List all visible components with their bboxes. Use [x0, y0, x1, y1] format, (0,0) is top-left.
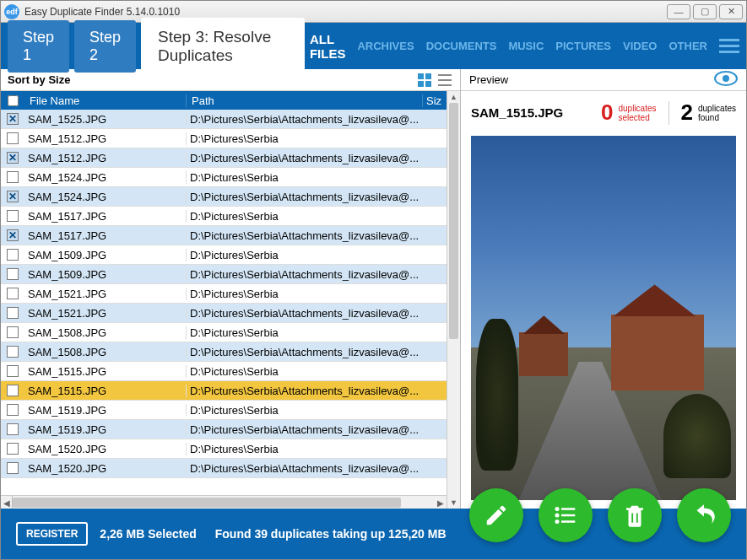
menu-icon[interactable] [719, 35, 739, 57]
row-checkbox[interactable] [1, 268, 24, 280]
maximize-button[interactable]: ▢ [693, 4, 717, 19]
row-path: D:\Pictures\Serbia\Attachments_lizvasile… [187, 423, 447, 436]
row-path: D:\Pictures\Serbia [187, 365, 447, 378]
step1-button[interactable]: Step 1 [8, 20, 69, 73]
table-row[interactable]: SAM_1509.JPGD:\Pictures\Serbia [1, 245, 447, 265]
svg-point-8 [723, 75, 729, 82]
selected-size-label: 2,26 MB Selected [100, 527, 196, 541]
table-row[interactable]: SAM_1520.JPGD:\Pictures\Serbia [1, 439, 447, 459]
table-row[interactable]: SAM_1508.JPGD:\Pictures\Serbia\Attachmen… [1, 342, 447, 362]
grid-view-icon[interactable] [416, 72, 433, 89]
table-row[interactable]: SAM_1517.JPGD:\Pictures\Serbia\Attachmen… [1, 226, 447, 245]
row-checkbox[interactable] [1, 113, 24, 125]
category-tab-video[interactable]: VIDEO [623, 40, 657, 52]
row-filename: SAM_1515.JPG [24, 365, 187, 378]
row-checkbox[interactable] [1, 132, 24, 144]
row-filename: SAM_1512.JPG [24, 152, 187, 164]
row-checkbox[interactable] [1, 288, 24, 299]
row-checkbox[interactable] [1, 385, 24, 396]
table-row[interactable]: SAM_1515.JPGD:\Pictures\Serbia [1, 362, 447, 381]
select-all-checkbox[interactable] [1, 95, 24, 106]
file-list-panel: Sort by Size File Name Path Siz SAM_1525… [1, 69, 461, 509]
row-filename: SAM_1521.JPG [24, 307, 187, 320]
table-row[interactable]: SAM_1525.JPGD:\Pictures\Serbia\Attachmen… [1, 110, 447, 129]
step2-button[interactable]: Step 2 [74, 20, 136, 73]
list-button[interactable] [539, 488, 593, 542]
row-path: D:\Pictures\Serbia\Attachments_lizvasile… [187, 462, 447, 475]
row-checkbox[interactable] [1, 404, 24, 416]
row-path: D:\Pictures\Serbia [187, 249, 447, 261]
category-tab-pictures[interactable]: PICTURES [555, 40, 611, 52]
row-checkbox[interactable] [1, 423, 24, 435]
sort-bar: Sort by Size [1, 69, 460, 91]
row-path: D:\Pictures\Serbia [187, 210, 447, 223]
table-row[interactable]: SAM_1520.JPGD:\Pictures\Serbia\Attachmen… [1, 459, 447, 478]
table-row[interactable]: SAM_1524.JPGD:\Pictures\Serbia\Attachmen… [1, 187, 447, 207]
horizontal-scrollbar[interactable]: ◀ ▶ [1, 495, 447, 509]
column-filename[interactable]: File Name [24, 94, 187, 107]
category-tab-other[interactable]: OTHER [669, 40, 708, 52]
row-checkbox[interactable] [1, 346, 24, 358]
svg-point-11 [555, 514, 560, 518]
table-row[interactable]: SAM_1519.JPGD:\Pictures\Serbia\Attachmen… [1, 420, 447, 439]
category-tab-documents[interactable]: DOCUMENTS [426, 40, 497, 52]
svg-rect-6 [438, 84, 452, 86]
preview-filename: SAM_1515.JPG [471, 105, 589, 120]
row-checkbox[interactable] [1, 365, 24, 377]
row-filename: SAM_1521.JPG [24, 288, 187, 300]
close-button[interactable]: ✕ [719, 4, 743, 19]
column-size[interactable]: Siz [423, 94, 447, 107]
row-filename: SAM_1520.JPG [24, 443, 187, 455]
undo-button[interactable] [677, 488, 731, 542]
row-path: D:\Pictures\Serbia\Attachments_lizvasile… [187, 113, 447, 126]
row-path: D:\Pictures\Serbia [187, 443, 447, 455]
table-row[interactable]: SAM_1524.JPGD:\Pictures\Serbia [1, 168, 447, 187]
duplicates-found-stat: 2 duplicatesfound [681, 100, 737, 126]
row-checkbox[interactable] [1, 462, 24, 474]
table-row[interactable]: SAM_1521.JPGD:\Pictures\Serbia [1, 284, 447, 304]
table-row[interactable]: SAM_1517.JPGD:\Pictures\Serbia [1, 207, 447, 226]
row-checkbox[interactable] [1, 307, 24, 319]
category-tab-archives[interactable]: ARCHIVES [357, 40, 414, 52]
eye-icon[interactable] [714, 71, 738, 89]
vertical-scrollbar[interactable]: ▲ ▼ [447, 91, 460, 509]
row-filename: SAM_1509.JPG [24, 249, 187, 261]
table-row[interactable]: SAM_1519.JPGD:\Pictures\Serbia [1, 401, 447, 420]
row-checkbox[interactable] [1, 152, 24, 164]
sort-label[interactable]: Sort by Size [8, 73, 70, 86]
svg-rect-5 [438, 79, 452, 81]
minimize-button[interactable]: — [667, 4, 690, 19]
svg-rect-0 [418, 73, 424, 79]
row-checkbox[interactable] [1, 249, 24, 261]
row-path: D:\Pictures\Serbia\Attachments_lizvasile… [187, 346, 447, 358]
preview-label: Preview [469, 73, 508, 86]
row-checkbox[interactable] [1, 191, 24, 202]
row-path: D:\Pictures\Serbia [187, 404, 447, 417]
list-view-icon[interactable] [436, 72, 453, 89]
column-path[interactable]: Path [187, 94, 423, 107]
top-toolbar: Step 1 Step 2 Step 3: Resolve Duplicates… [1, 23, 746, 69]
table-row[interactable]: SAM_1512.JPGD:\Pictures\Serbia\Attachmen… [1, 148, 447, 168]
row-filename: SAM_1512.JPG [24, 132, 187, 145]
table-row[interactable]: SAM_1509.JPGD:\Pictures\Serbia\Attachmen… [1, 265, 447, 284]
register-button[interactable]: REGISTER [16, 522, 88, 546]
category-tab-music[interactable]: MUSIC [508, 40, 544, 52]
row-checkbox[interactable] [1, 443, 24, 455]
row-path: D:\Pictures\Serbia\Attachments_lizvasile… [187, 307, 447, 320]
delete-button[interactable] [608, 488, 662, 542]
category-tab-all-files[interactable]: ALL FILES [310, 32, 346, 61]
row-filename: SAM_1508.JPG [24, 346, 187, 358]
row-checkbox[interactable] [1, 326, 24, 338]
edit-button[interactable] [469, 488, 523, 542]
row-checkbox[interactable] [1, 210, 24, 222]
step3-button[interactable]: Step 3: Resolve Duplicates [141, 18, 305, 75]
table-row[interactable]: SAM_1515.JPGD:\Pictures\Serbia\Attachmen… [1, 381, 447, 401]
svg-rect-1 [425, 73, 431, 79]
row-checkbox[interactable] [1, 229, 24, 241]
table-row[interactable]: SAM_1521.JPGD:\Pictures\Serbia\Attachmen… [1, 304, 447, 323]
table-row[interactable]: SAM_1512.JPGD:\Pictures\Serbia [1, 129, 447, 148]
row-path: D:\Pictures\Serbia [187, 171, 447, 184]
row-checkbox[interactable] [1, 171, 24, 183]
row-filename: SAM_1509.JPG [24, 268, 187, 281]
table-row[interactable]: SAM_1508.JPGD:\Pictures\Serbia [1, 323, 447, 342]
